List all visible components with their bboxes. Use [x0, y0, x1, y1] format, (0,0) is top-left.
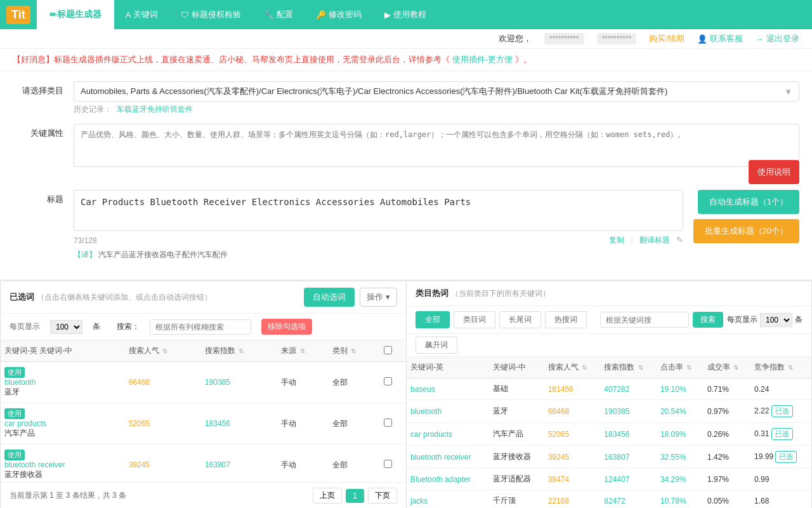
kw-cell[interactable]: 使用 bluetooth 蓝牙	[1, 362, 125, 403]
translate-title-btn[interactable]: 翻译标题	[639, 235, 670, 246]
source: 手动	[277, 403, 329, 444]
left-panel-header: 已选词 （点击右侧表格关键词添加、或点击自动选词按钮） 自动选词 操作 ▾	[1, 281, 406, 314]
use-tag: 使用	[4, 408, 25, 419]
tab-rising[interactable]: 飙升词	[416, 337, 457, 354]
r-col-conv-rate[interactable]: 成交率 ⇅	[704, 357, 750, 378]
r-search-idx: 407282	[600, 378, 657, 400]
clear-selected-btn[interactable]: 移除勾选项	[261, 319, 312, 335]
nav-item-password[interactable]: 🔑 修改密码	[304, 0, 373, 29]
r-search-pop: 66468	[544, 400, 601, 423]
left-search-input[interactable]	[150, 319, 251, 335]
row-check[interactable]	[380, 403, 406, 444]
category-select[interactable]: Automobiles, Parts & Accessories(汽车及零配件)…	[74, 81, 799, 102]
r-conv-rate: 0.71%	[704, 378, 750, 400]
table-row: 使用 bluetooth 蓝牙 66468 190385 手动 全部	[1, 362, 406, 403]
auto-select-btn[interactable]: 自动选词	[304, 288, 355, 307]
r-col-search-pop[interactable]: 搜索人气 ⇅	[544, 357, 601, 378]
r-kw-en[interactable]: car products	[407, 423, 489, 446]
r-search-idx: 163807	[600, 446, 657, 469]
kw-zh: 汽车产品	[4, 429, 35, 438]
nav-tab-title-generator[interactable]: ✏ 标题生成器	[37, 0, 114, 29]
left-panel: 已选词 （点击右侧表格关键词添加、或点击自动选词按钮） 自动选词 操作 ▾ 每页…	[0, 281, 406, 508]
nav-item-tutorial[interactable]: ▶ 使用教程	[373, 0, 438, 29]
shield-icon: 🛡	[181, 10, 189, 20]
right-per-page-select[interactable]: 100	[760, 313, 792, 327]
row-check[interactable]	[380, 444, 406, 483]
r-kw-zh: 汽车产品	[489, 423, 544, 446]
history-item[interactable]: 车载蓝牙免持听筒套件	[117, 104, 193, 115]
usage-guide-button[interactable]: 使用说明	[749, 160, 799, 184]
r-comp-idx: 2.22 已选	[750, 400, 811, 423]
title-right-btns: 自动生成标题（1个） 批量生成标题（20个）	[693, 190, 799, 243]
top-nav: Tit ✏ 标题生成器 A 关键词 🛡 标题侵权检验 🔧 配置 🔑 修改密码 ▶…	[0, 0, 812, 29]
buy-link[interactable]: 购买/续期	[649, 33, 684, 44]
nav-item-keyword[interactable]: A 关键词	[114, 0, 170, 29]
nav-item-check[interactable]: 🛡 标题侵权检验	[169, 0, 252, 29]
tab-all[interactable]: 全部	[416, 311, 450, 328]
logout-button[interactable]: → 退出登录	[756, 33, 799, 44]
nav-item-config[interactable]: 🔧 配置	[252, 0, 304, 29]
keyword-attr-input[interactable]	[74, 124, 799, 167]
tab-search-wrap: 搜索	[600, 312, 723, 328]
r-kw-en[interactable]: Bluetooth adapter	[407, 469, 489, 490]
right-panel-title: 类目热词 （当前类目下的所有关键词）	[416, 288, 550, 299]
notice-bar: 【好消息】标题生成器插件版正式上线，直接在速卖通、店小秘、马帮发布页上直接使用，…	[0, 49, 812, 71]
col-search-pop[interactable]: 搜索人气 ⇅	[125, 340, 201, 362]
per-page-select[interactable]: 100	[50, 320, 82, 334]
r-click-rate: 10.78%	[657, 490, 704, 509]
key-icon: 🔑	[316, 10, 326, 20]
col-search-idx[interactable]: 搜索指数 ⇅	[201, 340, 277, 362]
category-label: 请选择类目	[13, 81, 63, 97]
col-category[interactable]: 类别 ⇅	[329, 340, 380, 362]
r-search-pop: 38474	[544, 469, 601, 490]
kw-en: car products	[4, 419, 121, 428]
r-kw-en[interactable]: baseus	[407, 378, 489, 400]
keyword-attr-label: 关键属性	[13, 124, 63, 139]
left-table-wrap: 关键词-英 关键词-中 搜索人气 ⇅ 搜索指数 ⇅ 来源 ⇅ 类别 ⇅ 使用 b…	[1, 340, 406, 482]
pencil-icon: ✏	[49, 10, 57, 20]
r-click-rate: 19.10%	[657, 378, 704, 400]
col-check[interactable]	[380, 340, 406, 362]
operations-btn[interactable]: 操作 ▾	[360, 288, 397, 307]
copy-btn[interactable]: 复制	[609, 235, 624, 246]
search-idx: 163807	[201, 444, 277, 483]
title-input[interactable]: Car Products Bluetooth Receiver Electron…	[81, 197, 676, 222]
kw-cell[interactable]: 使用 car products 汽车产品	[1, 403, 125, 444]
col-source[interactable]: 来源 ⇅	[277, 340, 329, 362]
a-icon: A	[126, 10, 131, 20]
r-col-search-idx[interactable]: 搜索指数 ⇅	[600, 357, 657, 378]
r-kw-en[interactable]: bluetooth	[407, 400, 489, 423]
translation-label: 【译】	[74, 250, 96, 259]
support-icon: 👤	[697, 34, 707, 44]
right-search-input[interactable]	[600, 312, 689, 328]
r-click-rate: 34.29%	[657, 469, 704, 490]
r-kw-en[interactable]: jacks	[407, 490, 489, 509]
table-row: baseus 基础 181456 407282 19.10% 0.71% 0.2…	[407, 378, 811, 400]
right-search-btn[interactable]: 搜索	[693, 312, 723, 328]
contact-support[interactable]: 👤 联系客服	[697, 33, 743, 44]
left-panel-title: 已选词 （点击右侧表格关键词添加、或点击自动选词按钮）	[10, 291, 212, 303]
r-col-comp-idx[interactable]: 竞争指数 ⇅	[750, 357, 811, 378]
r-col-click-rate[interactable]: 点击率 ⇅	[657, 357, 704, 378]
current-page-btn[interactable]: 1	[346, 489, 364, 503]
left-table: 关键词-英 关键词-中 搜索人气 ⇅ 搜索指数 ⇅ 来源 ⇅ 类别 ⇅ 使用 b…	[1, 340, 406, 482]
already-tag: 已选	[775, 451, 797, 463]
notice-text2: 》。	[515, 55, 532, 64]
r-conv-rate: 1.42%	[704, 446, 750, 469]
row-check[interactable]	[380, 362, 406, 403]
batch-gen-button[interactable]: 批量生成标题（20个）	[693, 219, 799, 243]
search-pop: 52065	[125, 403, 201, 444]
tab-category-words[interactable]: 类目词	[454, 311, 495, 328]
plugin-link[interactable]: 使用插件-更方便	[452, 55, 513, 64]
auto-gen-button[interactable]: 自动生成标题（1个）	[698, 190, 799, 214]
prev-page-btn[interactable]: 上页	[313, 488, 342, 504]
search-pop: 39245	[125, 444, 201, 483]
r-kw-en[interactable]: bluetooth receiver	[407, 446, 489, 469]
tab-hot-search[interactable]: 热搜词	[545, 311, 587, 328]
per-page-unit: 条	[93, 321, 100, 332]
r-comp-idx: 0.99	[750, 469, 811, 490]
next-page-btn[interactable]: 下页	[368, 488, 397, 504]
kw-zh: 蓝牙	[4, 387, 20, 396]
tab-long-tail[interactable]: 长尾词	[499, 311, 541, 328]
kw-cell[interactable]: 使用 bluetooth receiver 蓝牙接收器	[1, 444, 125, 483]
